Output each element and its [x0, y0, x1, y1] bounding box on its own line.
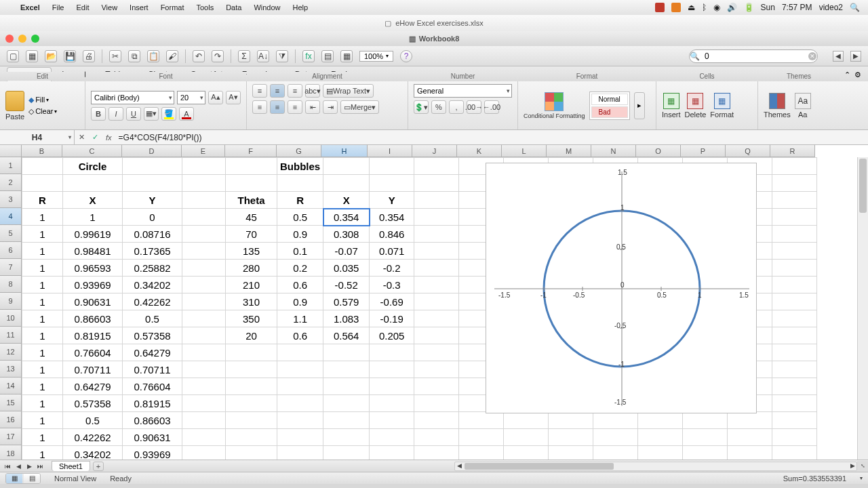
battery-icon[interactable]: 🔋 [744, 3, 754, 12]
bold-button[interactable]: B [91, 107, 106, 121]
decrease-font-button[interactable]: A▾ [226, 91, 241, 104]
align-center-button[interactable]: ≡ [270, 100, 285, 114]
select-all-corner[interactable] [0, 145, 22, 157]
increase-indent-button[interactable]: ⇥ [323, 100, 338, 114]
spotlight-icon[interactable]: 🔍 [850, 3, 860, 12]
decrease-indent-button[interactable]: ⇤ [305, 100, 320, 114]
paste-button[interactable]: 📋 [147, 50, 159, 62]
percent-button[interactable]: % [431, 100, 446, 114]
clear-button[interactable]: Clear [35, 107, 53, 115]
menubar-app[interactable]: Excel [20, 3, 40, 12]
sum-readout[interactable]: Sum=0.353553391 [783, 474, 846, 483]
filter-button[interactable]: ⧩ [276, 50, 288, 62]
align-left-button[interactable]: ≡ [252, 100, 267, 114]
cut-button[interactable]: ✂ [109, 50, 121, 62]
align-top-button[interactable]: ≡ [252, 84, 267, 98]
normal-view-button[interactable]: ▦ [6, 474, 22, 483]
new-workbook-button[interactable]: ▢ [7, 50, 19, 62]
decrease-decimal-button[interactable]: ←.00 [484, 100, 499, 114]
menubar-help[interactable]: Help [293, 3, 309, 12]
menubar-view[interactable]: View [101, 3, 117, 12]
currency-button[interactable]: 💲▾ [414, 100, 429, 114]
save-button[interactable]: 💾 [64, 50, 76, 62]
wrap-text-button[interactable]: ▤ Wrap Text ▾ [323, 84, 374, 98]
undo-button[interactable]: ↶ [193, 50, 205, 62]
font-size-select[interactable]: 20 [177, 91, 205, 104]
paste-button[interactable]: Paste [5, 91, 24, 121]
menubar-tools[interactable]: Tools [196, 3, 214, 12]
collapse-ribbon-button[interactable]: ⌃ [844, 70, 850, 79]
search-prev-button[interactable]: ◀ [833, 51, 844, 62]
minimize-window-button[interactable] [18, 35, 26, 43]
print-button[interactable]: 🖨 [83, 50, 95, 62]
clear-search-button[interactable]: ✕ [808, 52, 816, 60]
menubar-format[interactable]: Format [161, 3, 184, 12]
vertical-scrollbar[interactable] [857, 157, 868, 460]
zoom-window-button[interactable] [31, 35, 39, 43]
clock-time[interactable]: 7:57 PM [782, 3, 812, 12]
styles-expand-button[interactable]: ▸ [634, 92, 645, 119]
menubar-insert[interactable]: Insert [130, 3, 149, 12]
underline-button[interactable]: U [126, 107, 141, 121]
media-button[interactable]: ▦ [340, 50, 353, 62]
formula-input[interactable]: =G4*COS(F4/180*PI()) [116, 133, 868, 142]
comma-button[interactable]: , [449, 100, 464, 114]
align-right-button[interactable]: ≡ [288, 100, 302, 114]
menubar-file[interactable]: File [52, 3, 64, 12]
format-painter-button[interactable]: 🖌 [166, 50, 178, 62]
menubar-edit[interactable]: Edit [76, 3, 89, 12]
increase-decimal-button[interactable]: .00→ [467, 100, 481, 114]
autosum-button[interactable]: Σ [238, 50, 250, 62]
sheet-tab-1[interactable]: Sheet1 [52, 461, 90, 471]
view-switcher[interactable]: ▦▤ [5, 473, 41, 484]
theme-fonts-button[interactable]: AaAa [795, 93, 811, 119]
formula-builder-button[interactable]: fx [302, 50, 315, 62]
ribbon-settings-gear-icon[interactable]: ⚙ [854, 70, 861, 79]
embedded-chart[interactable]: 1.5 1 0.5 0 -0.5 -1 -1.5 -1.5 -0.5 0.5 1… [486, 163, 757, 413]
sort-button[interactable]: A↓ [257, 50, 269, 62]
italic-button[interactable]: I [108, 107, 123, 121]
row-headers[interactable]: 123456789101112131415161718 [0, 157, 22, 460]
zoom-select[interactable]: 100%▾ [359, 51, 393, 62]
themes-button[interactable]: Themes [764, 93, 791, 119]
bluetooth-icon[interactable]: ᛒ [702, 3, 707, 12]
eject-icon[interactable]: ⏏ [688, 3, 695, 12]
clock-day[interactable]: Sun [761, 3, 775, 12]
cell-styles-gallery[interactable]: NormalBad [589, 92, 630, 120]
redo-button[interactable]: ↷ [212, 50, 224, 62]
fill-button[interactable]: Fill [35, 96, 45, 104]
conditional-formatting-button[interactable]: Conditional Formatting [524, 92, 585, 119]
search-input[interactable] [689, 49, 818, 63]
number-format-select[interactable]: General [414, 84, 512, 98]
menubar-data[interactable]: Data [226, 3, 241, 12]
add-sheet-button[interactable]: + [93, 462, 104, 471]
cancel-formula-button[interactable]: ✕ [75, 133, 88, 142]
open-template-button[interactable]: ▦ [26, 50, 38, 62]
increase-font-button[interactable]: A▴ [208, 91, 223, 104]
align-bottom-button[interactable]: ≡ [288, 84, 302, 98]
font-family-select[interactable]: Calibri (Body) [91, 91, 174, 104]
delete-cells-button[interactable]: ▦Delete [685, 93, 707, 119]
wifi-icon[interactable]: ◉ [713, 3, 720, 12]
horizontal-scrollbar[interactable]: ◀▶ [454, 462, 857, 471]
font-color-button[interactable]: A [179, 107, 194, 121]
insert-cells-button[interactable]: ▦Insert [662, 93, 681, 119]
help-button[interactable]: ? [400, 50, 412, 62]
volume-icon[interactable]: 🔊 [727, 3, 737, 12]
borders-button[interactable]: ▦▾ [144, 107, 159, 121]
align-middle-button[interactable]: ≡ [270, 84, 285, 98]
page-layout-button[interactable]: ▤ [24, 474, 40, 483]
enter-formula-button[interactable]: ✓ [88, 133, 102, 142]
orientation-button[interactable]: abc▾ [305, 84, 320, 98]
sheet-nav[interactable]: ⏮◀▶⏭ [0, 463, 47, 470]
spreadsheet-grid[interactable]: BCDEFGHIJKLMNOPQR 1234567891011121314151… [0, 145, 868, 460]
scroll-thumb[interactable] [859, 159, 867, 213]
name-box[interactable]: H4 [0, 130, 75, 144]
toolbox-button[interactable]: ▤ [321, 50, 334, 62]
format-cells-button[interactable]: ▦Format [710, 93, 734, 119]
merge-button[interactable]: ▭ Merge ▾ [340, 100, 379, 114]
window-titlebar[interactable]: ▥ Workbook8 [0, 31, 868, 46]
fx-icon[interactable]: fx [102, 134, 116, 142]
user-name[interactable]: video2 [819, 3, 843, 12]
copy-button[interactable]: ⧉ [128, 50, 140, 62]
